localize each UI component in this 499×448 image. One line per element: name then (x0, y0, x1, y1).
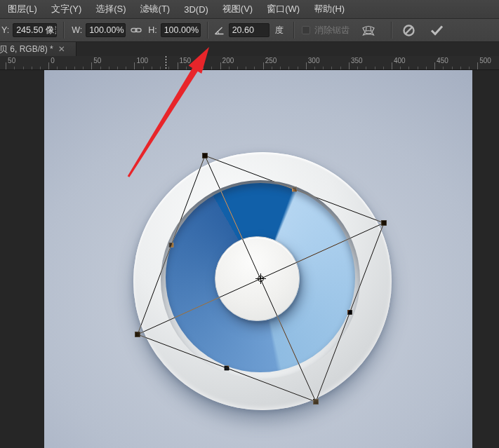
ruler-tick (418, 67, 418, 69)
warp-mode-toggle-icon[interactable] (361, 25, 376, 36)
document-canvas[interactable] (44, 70, 472, 448)
ruler-tick (323, 67, 324, 69)
ruler-tick (91, 62, 92, 69)
ruler-tick (117, 67, 118, 69)
ruler-label: 150 (180, 57, 192, 65)
y-field-label: Y: (1, 25, 9, 35)
ruler-tick (220, 62, 221, 69)
menu-item-5[interactable]: 3D(D) (177, 0, 215, 19)
ruler-tick (100, 67, 101, 69)
ruler-tick (263, 62, 264, 69)
menu-item-2[interactable]: 文字(Y) (44, 0, 88, 19)
ruler-tick (168, 67, 169, 69)
ruler-tick (306, 62, 307, 69)
ruler-tick (194, 67, 195, 69)
free-transform-box[interactable] (44, 70, 472, 448)
transform-options-bar: Y: 245.50 像素 W: 100.00% H: 100.00% 20.60… (0, 19, 499, 42)
link-dimensions-icon[interactable] (131, 26, 142, 34)
ruler-label: 50 (93, 57, 101, 65)
ruler-tick (477, 62, 478, 69)
ruler-tick (434, 62, 435, 69)
ruler-tick (109, 67, 109, 69)
ruler-tick (83, 67, 84, 69)
angle-unit-label: 度 (275, 25, 284, 36)
ruler-tick (288, 67, 289, 69)
ruler-tick (160, 67, 161, 69)
ruler-tick (314, 67, 315, 69)
cancel-transform-icon[interactable] (402, 24, 415, 37)
separator (207, 22, 208, 39)
ruler-label: 400 (394, 57, 406, 65)
rotation-angle-field[interactable]: 20.60 (229, 23, 270, 37)
transform-midedge-handle[interactable] (293, 187, 297, 191)
ruler-tick (203, 67, 204, 69)
document-tab[interactable]: 拷贝 6, RGB/8) * ✕ (0, 42, 76, 56)
ruler-tick (469, 67, 470, 69)
transform-reference-point[interactable] (255, 273, 266, 284)
ruler-tick (383, 67, 384, 69)
ruler-label: 250 (265, 57, 277, 65)
ruler-tick (211, 67, 212, 69)
menu-item-4[interactable]: 滤镜(T) (133, 0, 178, 19)
transform-midedge-handle[interactable] (348, 311, 352, 315)
ruler-tick (237, 67, 238, 69)
menu-item-1[interactable]: 图层(L) (1, 0, 44, 19)
ruler-tick (134, 62, 135, 69)
menu-bar: 图层(L)文字(Y)选择(S)滤镜(T)3D(D)视图(V)窗口(W)帮助(H) (0, 0, 499, 19)
menu-item-6[interactable]: 视图(V) (215, 0, 260, 19)
menu-item-3[interactable]: 选择(S) (88, 0, 133, 19)
ruler-tick (6, 62, 6, 69)
ruler-tick (408, 67, 409, 69)
ruler-label: 0 (51, 57, 55, 65)
ruler-tick (48, 62, 49, 69)
ruler-tick (280, 67, 281, 69)
width-field-label: W: (72, 25, 82, 35)
transform-corner-handle[interactable] (135, 332, 140, 337)
ruler-tick (392, 62, 392, 69)
transform-midedge-handle[interactable] (225, 366, 229, 370)
width-scale-field[interactable]: 100.00% (86, 23, 126, 37)
ruler-tick (14, 67, 15, 69)
ruler-tick (400, 67, 401, 69)
height-field-label: H: (148, 25, 157, 35)
ruler-label: 300 (308, 57, 320, 65)
ruler-tick (254, 67, 255, 69)
ruler-tick (349, 62, 350, 69)
commit-transform-icon[interactable] (430, 25, 444, 36)
ruler-tick (74, 67, 75, 69)
ruler-tick (229, 67, 229, 69)
ruler-cursor-indicator (166, 56, 166, 69)
ruler-tick (23, 67, 24, 69)
ruler-tick (272, 67, 272, 69)
tab-close-icon[interactable]: ✕ (58, 45, 65, 53)
ruler-label: 350 (351, 57, 363, 65)
height-scale-field[interactable]: 100.00% (161, 23, 201, 37)
ruler-tick (178, 62, 178, 69)
ruler-tick (298, 67, 298, 69)
ruler-tick (152, 67, 152, 69)
ruler-tick (443, 67, 444, 69)
ruler-tick (426, 67, 427, 69)
horizontal-ruler[interactable]: 50050100150200250300350400450500 (0, 56, 499, 70)
transform-corner-handle[interactable] (314, 400, 319, 405)
separator (391, 22, 392, 39)
photoshop-window: 图层(L)文字(Y)选择(S)滤镜(T)3D(D)视图(V)窗口(W)帮助(H)… (0, 0, 499, 448)
ruler-tick (246, 67, 246, 69)
y-position-field[interactable]: 245.50 像素 (13, 23, 57, 37)
ruler-tick (66, 67, 67, 69)
ruler-tick (126, 67, 126, 69)
menu-item-7[interactable]: 窗口(W) (260, 0, 307, 19)
menu-item-8[interactable]: 帮助(H) (307, 0, 352, 19)
ruler-tick (357, 67, 358, 69)
document-tab-title: 拷贝 6, RGB/8) * (0, 43, 53, 55)
ruler-tick (460, 67, 461, 69)
transform-midedge-handle[interactable] (169, 243, 173, 247)
ruler-tick (366, 67, 366, 69)
transform-corner-handle[interactable] (203, 154, 208, 158)
ruler-label: 450 (437, 57, 448, 65)
ruler-tick (375, 67, 375, 69)
workspace-pasteboard (0, 70, 499, 448)
transform-corner-handle[interactable] (382, 221, 387, 226)
ruler-tick (32, 67, 32, 69)
ruler-tick (186, 67, 187, 69)
